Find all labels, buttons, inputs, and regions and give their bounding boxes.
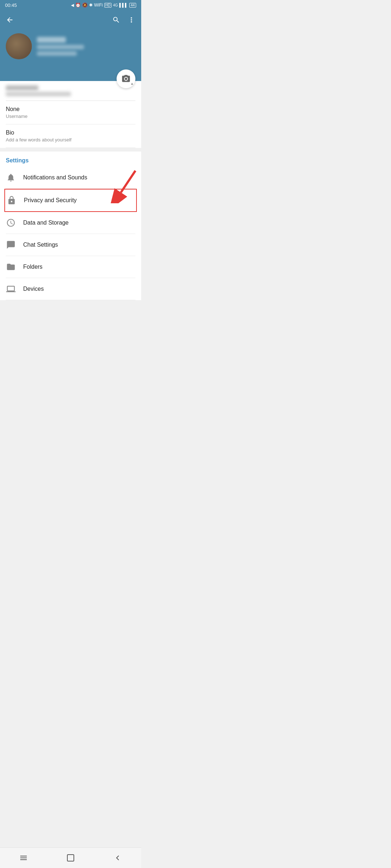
profile-extra-blurred — [37, 51, 77, 56]
privacy-item-container: Privacy and Security — [6, 189, 135, 212]
bell-icon — [6, 173, 16, 183]
back-button[interactable] — [6, 16, 14, 24]
settings-item-data[interactable]: Data and Storage — [6, 212, 135, 234]
devices-icon — [6, 284, 16, 294]
status-time: 00:45 — [5, 3, 17, 8]
blurred-field-1 — [6, 81, 135, 101]
content-area: None Username Bio Add a few words about … — [0, 81, 141, 300]
bell-icon: 🔕 — [82, 3, 88, 8]
privacy-label: Privacy and Security — [24, 197, 77, 204]
profile-name-blurred — [37, 37, 66, 43]
status-icons: ◀ ⏰ 🔕 ✱ WiFi HD 4G ▌▌▌ 44 — [71, 3, 136, 8]
bluetooth-icon: ✱ — [89, 3, 93, 8]
settings-section: Settings Notifications and Sounds Privac… — [0, 152, 141, 300]
settings-item-folders[interactable]: Folders — [6, 256, 135, 278]
chat-icon — [6, 240, 16, 250]
chat-label: Chat Settings — [23, 242, 58, 248]
avatar — [6, 33, 32, 59]
settings-item-notifications[interactable]: Notifications and Sounds — [6, 167, 135, 189]
notifications-label: Notifications and Sounds — [23, 174, 87, 181]
camera-icon — [121, 74, 131, 84]
settings-item-chat[interactable]: Chat Settings — [6, 234, 135, 256]
lock-icon — [7, 195, 17, 205]
signal-icon: ▌▌▌ — [119, 3, 127, 7]
app-bar — [0, 10, 141, 30]
profile-fields: None Username Bio Add a few words about … — [0, 81, 141, 148]
more-button[interactable] — [127, 16, 135, 24]
devices-label: Devices — [23, 286, 44, 292]
status-bar: 00:45 ◀ ⏰ 🔕 ✱ WiFi HD 4G ▌▌▌ 44 — [0, 0, 141, 10]
settings-item-devices[interactable]: Devices — [6, 278, 135, 300]
search-button[interactable] — [112, 16, 120, 24]
app-bar-left — [6, 16, 14, 24]
profile-phone-blurred — [37, 45, 84, 49]
app-bar-right — [112, 16, 135, 24]
section-divider — [0, 148, 141, 152]
nav-icon: ◀ — [71, 3, 74, 8]
data-storage-icon — [6, 218, 16, 228]
hd-icon: HD — [104, 3, 112, 8]
username-label: Username — [6, 114, 135, 119]
bio-hint: Add a few words about yourself — [6, 137, 135, 142]
bio-field[interactable]: Bio Add a few words about yourself — [6, 124, 135, 148]
alarm-icon: ⏰ — [75, 3, 81, 8]
username-field[interactable]: None Username — [6, 101, 135, 124]
data-label: Data and Storage — [23, 220, 68, 226]
username-value: None — [6, 106, 135, 112]
settings-header: Settings — [6, 152, 135, 167]
bio-value: Bio — [6, 129, 135, 136]
settings-item-privacy[interactable]: Privacy and Security — [4, 189, 137, 212]
battery-icon: 44 — [129, 3, 136, 8]
wifi-icon: WiFi — [94, 3, 103, 8]
4g-icon: 4G — [113, 3, 118, 7]
camera-fab-button[interactable]: + — [117, 69, 135, 88]
profile-header: + — [0, 30, 141, 81]
profile-info — [37, 37, 84, 56]
folder-icon — [6, 262, 16, 272]
folders-label: Folders — [23, 264, 42, 270]
